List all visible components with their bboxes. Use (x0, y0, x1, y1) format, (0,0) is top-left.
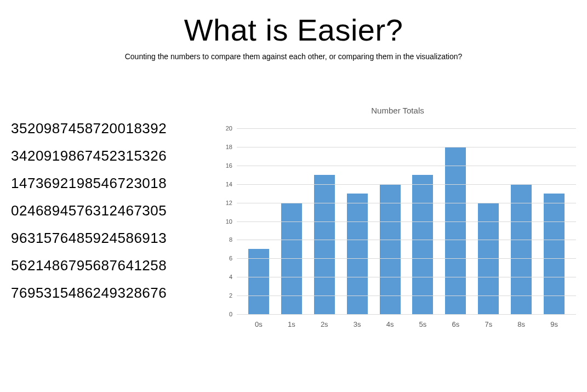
y-tick-label: 12 (219, 200, 232, 206)
bar (511, 184, 532, 314)
bar (380, 184, 401, 314)
grid-line (237, 296, 576, 296)
number-row: 7695315486249328676 (11, 286, 214, 300)
chart-area: 02468101214161820 0s1s2s3s4s5s6s7s8s9s (219, 128, 576, 315)
grid-line (237, 277, 576, 277)
grid-line (237, 221, 576, 222)
y-tick-label: 8 (219, 236, 232, 243)
content-area: 3520987458720018392 3420919867452315326 … (0, 106, 587, 315)
x-tick-label: 6s (439, 320, 472, 328)
grid-line (237, 128, 576, 129)
page-title: What is Easier? (0, 12, 587, 48)
grid-line (237, 240, 576, 240)
x-tick-label: 8s (505, 320, 538, 328)
y-tick-label: 14 (219, 181, 232, 188)
y-tick-label: 10 (219, 218, 232, 225)
number-row: 9631576485924586913 (11, 231, 214, 245)
plot-area: 02468101214161820 (237, 128, 576, 315)
y-tick-label: 18 (219, 144, 232, 150)
chart-title: Number Totals (219, 106, 576, 115)
chart-column: Number Totals 02468101214161820 0s1s2s3s… (214, 106, 576, 315)
number-row: 3520987458720018392 (11, 121, 214, 135)
number-row: 0246894576312467305 (11, 203, 214, 218)
y-tick-label: 4 (219, 274, 232, 280)
subtitle: Counting the numbers to compare them aga… (0, 52, 587, 61)
bar (314, 175, 335, 314)
y-tick-label: 20 (219, 125, 232, 132)
bar (412, 175, 433, 314)
number-row: 1473692198546723018 (11, 176, 214, 190)
x-tick-label: 7s (472, 320, 505, 328)
grid-line (237, 147, 576, 147)
x-tick-label: 3s (341, 320, 374, 328)
grid-line (237, 203, 576, 203)
grid-line (237, 184, 576, 185)
numbers-column: 3520987458720018392 3420919867452315326 … (11, 106, 214, 315)
y-tick-label: 6 (219, 255, 232, 262)
number-row: 3420919867452315326 (11, 149, 214, 163)
x-tick-label: 9s (538, 320, 571, 328)
x-tick-label: 2s (308, 320, 341, 328)
grid-line (237, 166, 576, 166)
x-tick-label: 0s (242, 320, 275, 328)
x-tick-label: 1s (275, 320, 308, 328)
y-tick-label: 16 (219, 162, 232, 169)
x-tick-label: 5s (407, 320, 440, 328)
bar (445, 147, 466, 314)
y-tick-label: 0 (219, 311, 232, 317)
x-tick-label: 4s (374, 320, 407, 328)
number-row: 5621486795687641258 (11, 258, 214, 272)
y-tick-label: 2 (219, 292, 232, 299)
grid-line (237, 258, 576, 259)
x-axis-labels: 0s1s2s3s4s5s6s7s8s9s (237, 320, 576, 328)
